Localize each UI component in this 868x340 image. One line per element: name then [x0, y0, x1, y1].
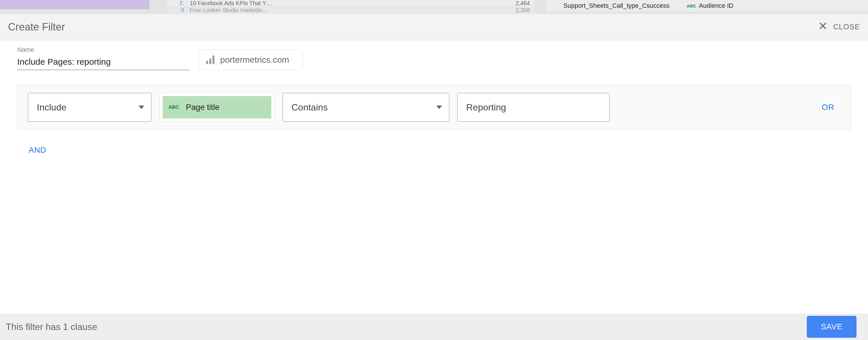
name-source-row: Name portermetrics.com [17, 46, 851, 70]
table-row: 8 Free Looker Studio marketin… 2,398 [167, 7, 535, 14]
close-icon [818, 21, 828, 33]
condition-label: Contains [291, 102, 328, 113]
row-title: 10 Facebook Ads KPIs That Y… [187, 0, 500, 7]
include-label: Include [37, 102, 66, 113]
bg-table: 7. 10 Facebook Ads KPIs That Y… 2,464 8 … [167, 0, 535, 14]
filter-name-input[interactable] [17, 55, 190, 70]
data-source-label: portermetrics.com [220, 55, 289, 65]
clause-count-status: This filter has 1 clause [6, 321, 97, 332]
clause-builder: Include ABC Page title Contains OR [17, 85, 851, 130]
chevron-down-icon [436, 106, 442, 109]
dimension-label: Page title [186, 103, 220, 112]
filter-name-field: Name [17, 46, 190, 70]
table-row: 7. 10 Facebook Ads KPIs That Y… 2,464 [167, 0, 535, 7]
row-index: 7. [167, 0, 187, 7]
add-or-button[interactable]: OR [822, 103, 840, 112]
abc-icon: ABC [168, 105, 179, 110]
bg-field-label: Audience ID [699, 2, 734, 9]
bg-right-panel: Support_Sheets_Call_type_Csuccess ABC Au… [546, 0, 868, 11]
dimension-field-picker[interactable]: ABC Page title [159, 93, 275, 122]
dimension-chip: ABC Page title [163, 96, 271, 118]
name-label: Name [17, 46, 190, 54]
row-index: 8 [167, 7, 187, 13]
row-title: Free Looker Studio marketin… [187, 7, 500, 13]
background-strip: 7. 10 Facebook Ads KPIs That Y… 2,464 8 … [0, 0, 868, 14]
row-value: 2,398 [500, 7, 535, 13]
row-value: 2,464 [500, 0, 535, 7]
save-button[interactable]: SAVE [807, 316, 857, 338]
chevron-down-icon [138, 106, 144, 109]
data-source-chip[interactable]: portermetrics.com [199, 50, 303, 70]
abc-icon: ABC [687, 3, 696, 8]
bg-field-chip: ABC Audience ID [687, 2, 733, 9]
condition-select[interactable]: Contains [282, 93, 449, 122]
close-label: CLOSE [833, 23, 860, 31]
modal-footer: This filter has 1 clause SAVE [0, 314, 868, 340]
bg-report-name: Support_Sheets_Call_type_Csuccess [563, 2, 670, 9]
data-source-icon [206, 56, 214, 64]
condition-value-input[interactable] [457, 93, 610, 122]
bg-purple-block [0, 0, 150, 9]
close-button[interactable]: CLOSE [818, 21, 860, 33]
include-exclude-select[interactable]: Include [28, 93, 152, 122]
add-and-button[interactable]: AND [29, 146, 46, 155]
modal-header: Create Filter CLOSE [0, 14, 868, 40]
modal-title: Create Filter [8, 21, 65, 33]
